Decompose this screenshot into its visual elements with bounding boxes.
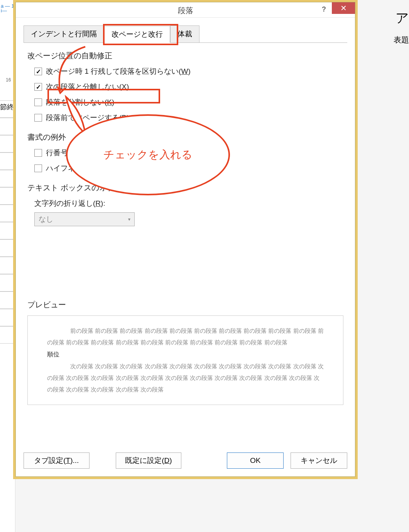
checkbox-no-hyphenation[interactable] — [34, 164, 42, 172]
cancel-button[interactable]: キャンセル — [291, 452, 347, 469]
preview-box: 前の段落 前の段落 前の段落 前の段落 前の段落 前の段落 前の段落 前の段落 … — [27, 315, 343, 405]
set-default-button[interactable]: 既定に設定(D) — [116, 452, 182, 469]
dropdown-label: 文字列の折り返し(R): — [34, 198, 343, 208]
navigation-marker: a — 1 i— — [1, 4, 15, 13]
checkbox-keep-with-next[interactable] — [34, 83, 42, 91]
section-textbox-options: テキスト ボックスのオプション 文字列の折り返し(R): なし ▾ — [27, 183, 343, 226]
tab-indent-spacing[interactable]: インデントと行間隔 — [24, 25, 104, 42]
checkbox-label: 改ページ時 1 行残して段落を区切らない(W) — [46, 66, 191, 76]
checkbox-label: 段落を分割しない(K) — [46, 97, 114, 107]
table-cell — [0, 205, 15, 222]
dialog-title: 段落 — [178, 5, 193, 16]
preview-current-paragraph: 順位 — [47, 348, 324, 361]
checkbox-keep-lines-together[interactable] — [34, 98, 42, 106]
button-row: タブ設定(T)... 既定に設定(D) OK キャンセル — [24, 452, 347, 469]
close-button[interactable]: ✕ — [332, 2, 355, 14]
ok-button[interactable]: OK — [227, 452, 284, 469]
table-cell — [0, 239, 15, 257]
close-icon: ✕ — [340, 3, 347, 13]
table-cell — [0, 291, 15, 309]
background-text-right1: ア — [395, 9, 409, 27]
checkbox-page-break-before[interactable] — [34, 114, 42, 122]
section-formatting-exceptions: 書式の例外 行番号を表示しない(S) ハイフネーションなし(D) — [27, 132, 343, 173]
titlebar: 段落 ? ✕ — [16, 2, 355, 18]
table-cell — [0, 274, 15, 291]
preview-prev-paragraphs: 前の段落 前の段落 前の段落 前の段落 前の段落 前の段落 前の段落 前の段落 … — [47, 325, 324, 348]
checkbox-label: 行番号を表示しない(S) — [46, 148, 122, 158]
preview-next-paragraphs: 次の段落 次の段落 次の段落 次の段落 次の段落 次の段落 次の段落 次の段落 … — [47, 361, 324, 395]
text-wrap-dropdown[interactable]: なし ▾ — [34, 212, 135, 226]
tab-bar: インデントと行間隔 改ページと改行 体裁 — [16, 18, 355, 42]
checkbox-widow-orphan[interactable] — [34, 68, 42, 75]
table-cell — [0, 170, 15, 187]
table-cell — [0, 326, 15, 344]
table-cell — [0, 187, 15, 205]
section-preview: プレビュー 前の段落 前の段落 前の段落 前の段落 前の段落 前の段落 前の段落… — [27, 300, 343, 405]
section-title-textbox: テキスト ボックスのオプション — [27, 183, 343, 193]
background-text-right2: 表題 — [394, 35, 409, 45]
section-pagination: 改ページ位置の自動修正 改ページ時 1 行残して段落を区切らない(W) 次の段落… — [27, 51, 343, 123]
chevron-down-icon: ▾ — [128, 217, 130, 222]
section-title-exceptions: 書式の例外 — [27, 132, 343, 142]
checkbox-suppress-line-numbers[interactable] — [34, 149, 42, 157]
paragraph-dialog: 段落 ? ✕ インデントと行間隔 改ページと改行 体裁 改ページ位置の自動修正 … — [15, 2, 355, 477]
ruler-number: 16 — [6, 77, 11, 83]
tabs-settings-button[interactable]: タブ設定(T)... — [24, 452, 90, 469]
checkbox-label: 次の段落と分離しない(X) — [46, 82, 129, 92]
section-title-pagination: 改ページ位置の自動修正 — [27, 51, 343, 61]
dropdown-value: なし — [39, 214, 53, 224]
background-left-panel: a — 1 i— 16 — [0, 0, 15, 532]
checkbox-label: ハイフネーションなし(D) — [46, 163, 129, 173]
table-cell — [0, 118, 15, 135]
help-icon[interactable]: ? — [322, 5, 326, 14]
checkbox-label: 段落前で改ページする(B) — [46, 113, 129, 123]
table-cell — [0, 222, 15, 239]
dialog-content: 改ページ位置の自動修正 改ページ時 1 行残して段落を区切らない(W) 次の段落… — [16, 43, 355, 422]
section-title-preview: プレビュー — [27, 300, 343, 310]
table-cell — [0, 152, 15, 170]
table-cell — [0, 309, 15, 326]
tab-page-line-breaks[interactable]: 改ページと改行 — [104, 26, 170, 43]
tab-typography[interactable]: 体裁 — [170, 25, 199, 42]
table-cell — [0, 257, 15, 274]
background-text-left: 節終 — [0, 102, 14, 112]
table-cell — [0, 135, 15, 152]
